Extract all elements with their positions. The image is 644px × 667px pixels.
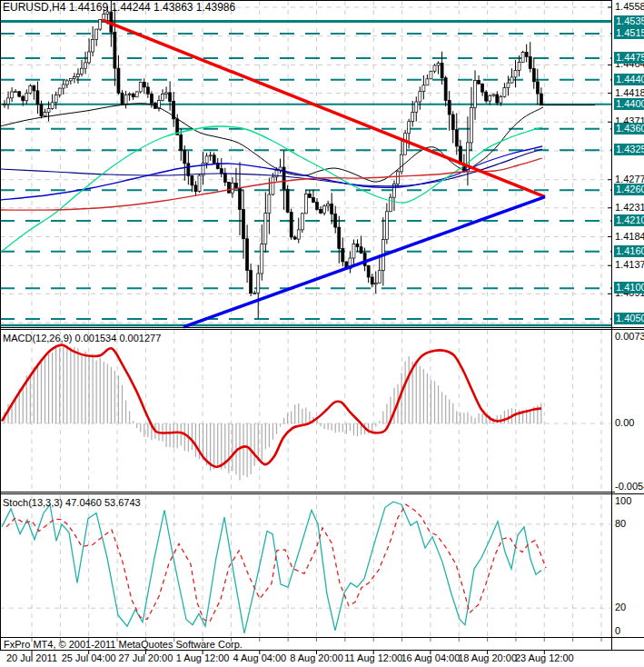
copyright-text: FxPro MT4, © 2001-2011 MetaQuotes Softwa… [4,639,243,650]
time-axis-label: 11 Aug 12:00 [344,652,402,663]
price-level-label: 1.42100 [614,214,644,226]
macd-axis-label: 0.00 [615,417,634,429]
macd-panel[interactable] [0,329,611,493]
macd-indicator-label: MACD(12,26,9) 0.001534 0.001277 [3,333,161,343]
price-level-label: 1.44000 [614,98,644,110]
main-chart-panel[interactable] [0,0,611,327]
stoch-axis-label: 0 [615,625,620,637]
time-axis-label: 20 Jul 2011 [6,652,57,663]
macd-axis-label: 0.00737 [615,331,644,343]
stoch-indicator-label: Stoch(13,3,3) 47.0460 53.6743 [3,497,141,508]
price-level-label: 1.40500 [614,313,644,324]
price-grid-label: 1.41370 [615,259,644,271]
chart-title: EURUSD,H4 1.44169 1.44244 1.43863 1.4398… [3,1,235,14]
price-level-label: 1.44400 [614,74,644,85]
price-grid-label: 1.42310 [615,202,644,214]
price-level-label: 1.44750 [614,52,644,64]
time-axis-label: 25 Jul 04:00 [62,652,116,663]
price-level-label: 1.45350 [614,15,644,27]
price-level-label: 1.43600 [614,123,644,134]
stoch-panel[interactable] [0,494,611,638]
price-level-label: 1.42600 [614,184,644,195]
price-level-label: 1.43250 [614,144,644,155]
price-level-label: 1.45150 [614,27,644,39]
price-grid-label: 1.41840 [615,231,644,243]
time-axis-label: 1 Aug 12:00 [176,652,230,663]
stoch-axis-label: 100 [615,495,631,507]
price-level-label: 1.41600 [614,245,644,257]
time-axis-label: 18 Aug 20:00 [458,652,517,663]
stoch-axis-label: 20 [615,602,626,613]
time-axis-label: 8 Aug 20:00 [290,652,343,663]
macd-axis-label: -0.00542 [615,481,644,493]
time-axis-label: 4 Aug 04:00 [233,652,286,663]
time-axis-label: 27 Jul 20:00 [118,652,173,663]
time-axis-label: 23 Aug 12:00 [515,652,574,663]
mt4-chart-window: EURUSD,H4 1.44169 1.44244 1.43863 1.4398… [0,0,644,667]
price-grid-label: 1.45580 [615,1,644,13]
time-axis-label: 16 Aug 04:00 [401,652,460,663]
stoch-axis-label: 80 [615,518,626,530]
price-level-label: 1.41000 [614,282,644,294]
